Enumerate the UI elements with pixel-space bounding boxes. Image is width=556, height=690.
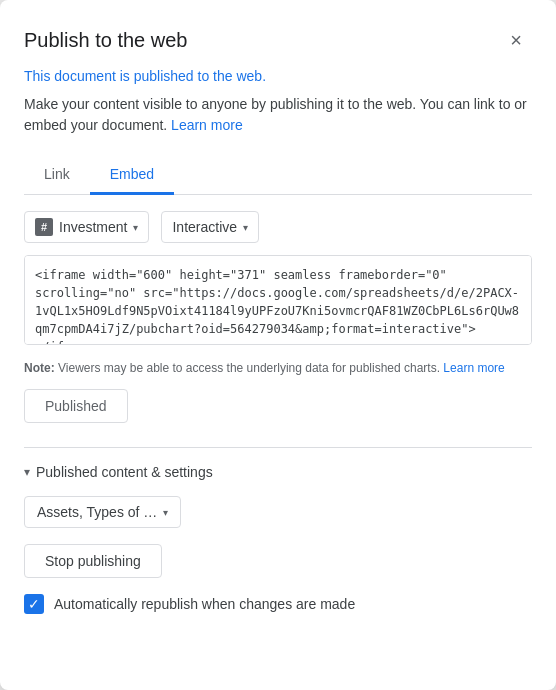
auto-republish-label: Automatically republish when changes are… [54, 596, 355, 612]
assets-label: Assets, Types of … [37, 504, 157, 520]
hash-icon: # [35, 218, 53, 236]
assets-chevron-icon: ▾ [163, 507, 168, 518]
tab-embed[interactable]: Embed [90, 156, 174, 195]
stop-button-wrapper: Stop publishing [24, 544, 532, 594]
sheet-chevron-icon: ▾ [133, 222, 138, 233]
tab-link[interactable]: Link [24, 156, 90, 195]
checkmark-icon: ✓ [28, 597, 40, 611]
published-notice-link[interactable]: This document is published to the web. [24, 68, 532, 84]
collapse-icon: ▾ [24, 465, 30, 479]
auto-republish-row: ✓ Automatically republish when changes a… [24, 594, 532, 614]
stop-publishing-button[interactable]: Stop publishing [24, 544, 162, 578]
auto-republish-checkbox[interactable]: ✓ [24, 594, 44, 614]
learn-more-link-note[interactable]: Learn more [443, 361, 504, 375]
assets-dropdown[interactable]: Assets, Types of … ▾ [24, 496, 181, 528]
learn-more-link-top[interactable]: Learn more [171, 117, 243, 133]
description-text: Make your content visible to anyone by p… [24, 94, 532, 136]
close-button[interactable]: × [500, 24, 532, 56]
type-dropdown[interactable]: Interactive ▾ [161, 211, 259, 243]
publish-dialog: Publish to the web × This document is pu… [0, 0, 556, 690]
note-text: Note: Viewers may be able to access the … [24, 359, 532, 377]
embed-code-textarea[interactable] [24, 255, 532, 345]
dialog-header: Publish to the web × [0, 0, 556, 68]
section-header[interactable]: ▾ Published content & settings [24, 464, 532, 480]
note-body: Viewers may be able to access the underl… [58, 361, 440, 375]
note-prefix: Note: [24, 361, 55, 375]
type-label: Interactive [172, 219, 237, 235]
published-button: Published [24, 389, 128, 423]
dialog-title: Publish to the web [24, 29, 187, 52]
tabs-bar: Link Embed [24, 156, 532, 195]
divider [24, 447, 532, 448]
dropdowns-row: # Investment ▾ Interactive ▾ [24, 211, 532, 243]
sheet-dropdown[interactable]: # Investment ▾ [24, 211, 149, 243]
sheet-label: Investment [59, 219, 127, 235]
section-title: Published content & settings [36, 464, 213, 480]
dialog-body: This document is published to the web. M… [0, 68, 556, 690]
published-button-wrapper: Published [24, 389, 532, 439]
type-chevron-icon: ▾ [243, 222, 248, 233]
